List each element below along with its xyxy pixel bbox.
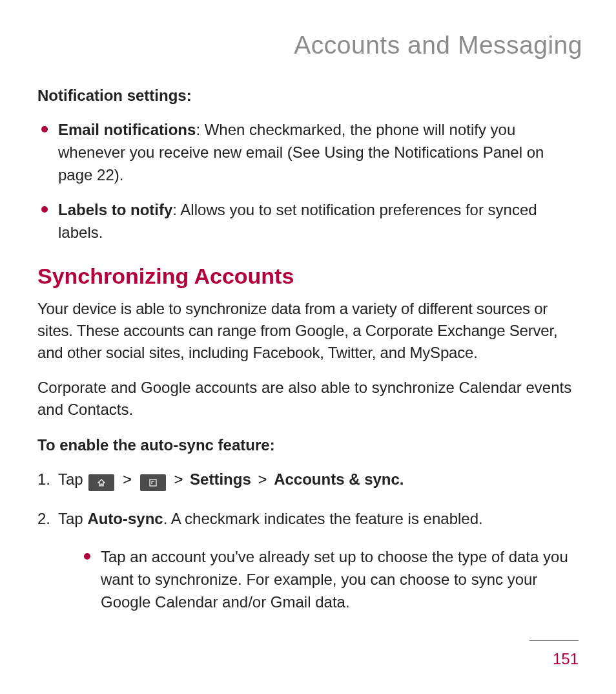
nested-text: Tap an account you've already set up to … [101,548,568,611]
settings-label: Settings [190,470,251,488]
home-key-icon [88,474,114,491]
page-footer: 151 [529,640,579,668]
step1-lead: Tap [58,470,87,488]
step-2: Tap Auto-sync. A checkmark indicates the… [37,508,579,613]
page-number: 151 [529,650,579,668]
bullet-label: Labels to notify [58,201,172,218]
chevron: > [123,470,132,488]
list-item: Labels to notify: Allows you to set noti… [37,199,579,244]
auto-sync-subheading: To enable the auto-sync feature: [37,436,579,454]
step-1: Tap > > Settings > Accounts & sync. [37,468,579,491]
accounts-sync-label: Accounts & sync. [274,470,404,488]
bullet-label: Email notifications [58,121,196,138]
sync-paragraph-2: Corporate and Google accounts are also a… [37,377,579,421]
footer-rule [529,640,579,641]
notification-settings-heading: Notification settings: [37,87,579,105]
step2-rest: . A checkmark indicates the feature is e… [163,510,483,527]
page-header-title: Accounts and Messaging [37,31,582,59]
list-item: Tap an account you've already set up to … [80,546,579,613]
notification-settings-list: Email notifications: When checkmarked, t… [37,119,579,244]
chevron: > [258,470,267,488]
list-item: Email notifications: When checkmarked, t… [37,119,579,186]
svg-rect-0 [150,479,156,486]
sync-paragraph-1: Your device is able to synchronize data … [37,298,579,364]
apps-key-icon [140,474,166,491]
auto-sync-label: Auto-sync [87,510,163,527]
auto-sync-steps: Tap > > Settings > Accounts & sync. Tap … [37,468,579,613]
step2-lead: Tap [58,510,87,527]
synchronizing-accounts-heading: Synchronizing Accounts [37,264,579,289]
chevron: > [174,470,183,488]
manual-page: Accounts and Messaging Notification sett… [0,0,616,694]
step2-nested-list: Tap an account you've already set up to … [80,546,579,613]
